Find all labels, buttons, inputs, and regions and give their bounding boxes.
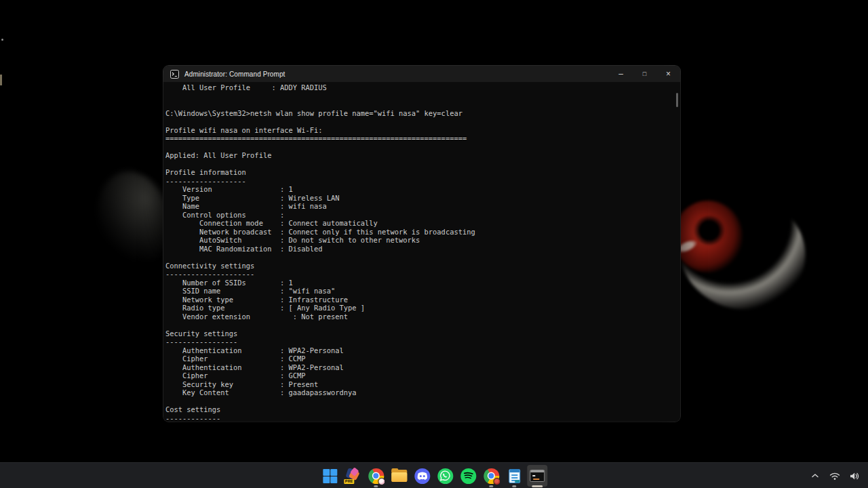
chrome-profile2-icon [484,468,499,484]
maximize-button[interactable]: □ [633,66,656,82]
terminal-viewport[interactable]: All User Profile : ADDY RADIUS C:\Window… [163,82,680,422]
system-tray [808,463,861,488]
notepad-button[interactable] [502,463,526,488]
terminal-output: All User Profile : ADDY RADIUS C:\Window… [163,82,680,422]
wallpaper-eye-pupil [693,216,726,245]
whatsapp-icon [437,468,453,484]
taskbar-center-group: PRE [318,463,549,488]
hidden-icons-chevron[interactable] [808,467,822,485]
taskbar: PRE [0,462,868,488]
powertoys-preview-icon: PRE [344,468,361,484]
chrome-icon [368,468,384,484]
running-indicator [374,485,378,487]
file-explorer-icon [391,470,407,482]
window-title: Administrator: Command Prompt [184,70,285,78]
file-explorer-button[interactable] [387,463,410,488]
discord-icon [414,468,430,484]
notepad-icon [509,469,520,483]
command-prompt-icon [530,470,545,482]
wallpaper-speck [1,39,3,41]
start-button[interactable] [318,463,341,488]
chrome-profile-avatar [378,478,385,485]
window-titlebar[interactable]: Administrator: Command Prompt – □ × [163,66,680,82]
whatsapp-button[interactable] [433,463,456,488]
powertoys-preview-button[interactable]: PRE [341,463,364,488]
running-indicator [512,485,516,487]
wallpaper-speck [0,75,2,85]
chrome-button[interactable] [364,463,387,488]
close-button[interactable]: × [656,66,680,82]
pre-badge: PRE [344,479,354,484]
command-prompt-button[interactable] [526,463,549,488]
active-running-indicator [532,485,542,487]
chrome-profile2-button[interactable] [479,463,502,488]
running-indicator [489,485,493,487]
spotify-button[interactable] [456,463,479,488]
cmd-window: Administrator: Command Prompt – □ × All … [163,66,680,422]
volume-icon[interactable] [848,467,861,485]
wifi-icon[interactable] [828,467,842,485]
discord-button[interactable] [410,463,433,488]
windows-start-icon [323,469,337,483]
wallpaper-shadow [736,169,824,202]
minimize-button[interactable]: – [609,66,633,82]
cmd-titlebar-icon [170,70,179,79]
spotify-icon [460,468,476,484]
scrollbar-thumb[interactable] [676,93,678,107]
chrome-profile2-avatar [493,478,500,485]
